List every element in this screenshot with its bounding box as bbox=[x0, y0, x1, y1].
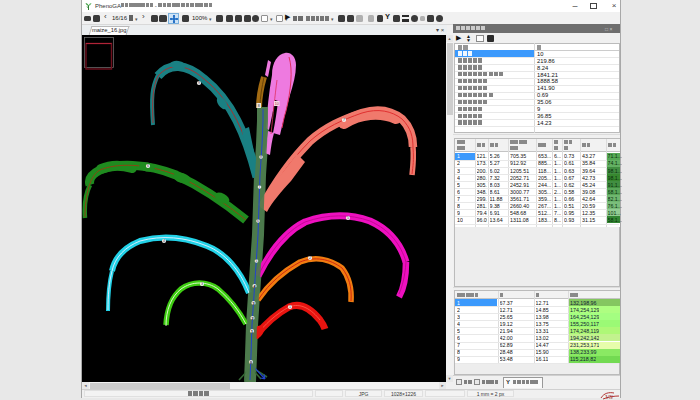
svg-text:5: 5 bbox=[256, 259, 258, 263]
svg-text:1: 1 bbox=[289, 305, 291, 309]
svg-text:8: 8 bbox=[258, 104, 260, 108]
svg-text:6: 6 bbox=[257, 219, 259, 223]
svg-text:VS: VS bbox=[605, 393, 613, 400]
svg-text:7: 7 bbox=[343, 118, 345, 122]
svg-text:2: 2 bbox=[309, 256, 311, 260]
svg-text:10: 10 bbox=[275, 102, 279, 106]
svg-text:7: 7 bbox=[259, 185, 261, 189]
svg-text:3: 3 bbox=[201, 282, 203, 286]
svg-text:4: 4 bbox=[163, 239, 165, 243]
svg-text:8: 8 bbox=[260, 155, 262, 159]
svg-text:9: 9 bbox=[198, 81, 200, 85]
svg-text:6: 6 bbox=[147, 164, 149, 168]
svg-text:5: 5 bbox=[347, 216, 349, 220]
